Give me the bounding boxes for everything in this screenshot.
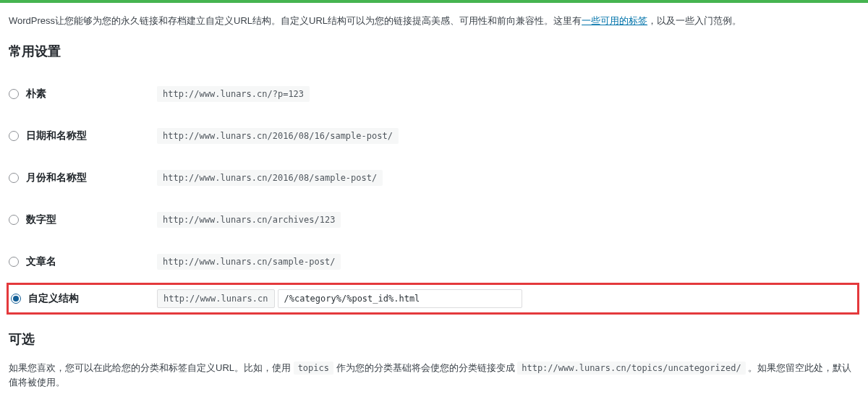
optional-desc-code1: topics: [294, 362, 333, 375]
permalink-option-postname[interactable]: 文章名 http://www.lunars.cn/sample-post/: [9, 241, 859, 283]
permalink-option-numeric[interactable]: 数字型 http://www.lunars.cn/archives/123: [9, 199, 859, 241]
permalink-option-day-name[interactable]: 日期和名称型 http://www.lunars.cn/2016/08/16/s…: [9, 115, 859, 157]
intro-paragraph: WordPress让您能够为您的永久链接和存档建立自定义URL结构。自定义URL…: [9, 14, 859, 28]
option-label-custom: 自定义结构: [28, 292, 79, 305]
option-label-numeric: 数字型: [26, 213, 56, 226]
custom-structure-highlighted: 自定义结构 http://www.lunars.cn: [7, 283, 859, 315]
intro-text-after: ，以及一些入门范例。: [647, 15, 741, 26]
url-example-postname: http://www.lunars.cn/sample-post/: [157, 254, 341, 270]
optional-desc-code2: http://www.lunars.cn/topics/uncategorize…: [517, 362, 745, 375]
optional-desc-p2: 作为您的分类基础将会使您的分类链接变成: [333, 362, 517, 373]
url-example-day-name: http://www.lunars.cn/2016/08/16/sample-p…: [157, 128, 399, 144]
option-label-postname: 文章名: [26, 255, 56, 268]
custom-structure-input[interactable]: [278, 289, 522, 308]
permalink-option-plain[interactable]: 朴素 http://www.lunars.cn/?p=123: [9, 73, 859, 115]
url-example-plain: http://www.lunars.cn/?p=123: [157, 86, 310, 102]
common-settings-heading: 常用设置: [9, 43, 859, 60]
option-label-month-name: 月份和名称型: [26, 171, 87, 184]
custom-base-url: http://www.lunars.cn: [157, 289, 275, 308]
optional-desc-p1: 如果您喜欢，您可以在此给您的分类和标签自定义URL。比如，使用: [9, 362, 294, 373]
url-example-numeric: http://www.lunars.cn/archives/123: [157, 212, 341, 228]
radio-plain[interactable]: [9, 89, 19, 99]
radio-custom[interactable]: [11, 294, 21, 304]
permalink-option-month-name[interactable]: 月份和名称型 http://www.lunars.cn/2016/08/samp…: [9, 157, 859, 199]
optional-description: 如果您喜欢，您可以在此给您的分类和标签自定义URL。比如，使用 topics 作…: [9, 361, 859, 391]
radio-day-name[interactable]: [9, 131, 19, 141]
radio-postname[interactable]: [9, 257, 19, 267]
optional-heading: 可选: [9, 330, 859, 348]
top-highlight-bar: [0, 0, 868, 3]
intro-text-before: WordPress让您能够为您的永久链接和存档建立自定义URL结构。自定义URL…: [9, 15, 582, 26]
available-tags-link[interactable]: 一些可用的标签: [582, 15, 647, 26]
radio-month-name[interactable]: [9, 173, 19, 183]
radio-numeric[interactable]: [9, 215, 19, 225]
option-label-day-name: 日期和名称型: [26, 129, 87, 142]
option-label-plain: 朴素: [26, 87, 46, 101]
url-example-month-name: http://www.lunars.cn/2016/08/sample-post…: [157, 170, 383, 186]
